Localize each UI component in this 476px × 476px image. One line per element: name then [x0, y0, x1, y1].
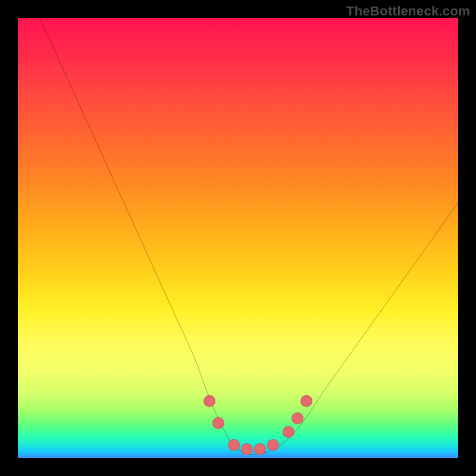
curve-marker [267, 439, 279, 451]
curve-marker [241, 443, 253, 455]
curve-marker [283, 426, 295, 438]
curve-marker [300, 395, 312, 407]
curve-marker [228, 439, 240, 451]
chart-frame: TheBottleneck.com [0, 0, 476, 476]
watermark-label: TheBottleneck.com [346, 4, 470, 19]
curve-marker [212, 417, 224, 429]
plot-area [18, 18, 458, 458]
bottleneck-curve [18, 18, 458, 458]
curve-marker [203, 395, 215, 407]
